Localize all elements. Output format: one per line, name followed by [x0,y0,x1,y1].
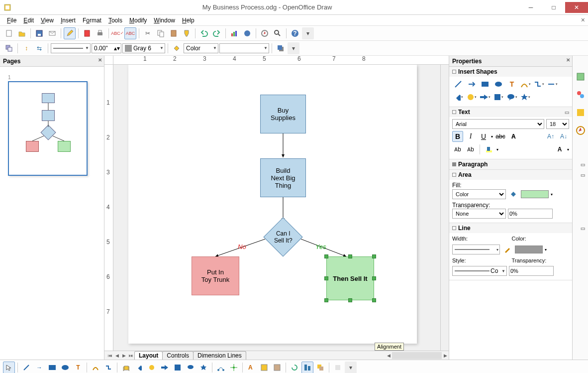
close-button[interactable]: ✕ [565,2,588,13]
canvas[interactable]: Buy Supplies Build Next Big Thing Can I … [113,65,440,351]
open-button[interactable] [16,27,28,39]
shape-lines-arrows[interactable]: ▾ [546,79,558,90]
shape-line[interactable] [452,79,464,90]
decrease-font-button[interactable]: A↓ [558,131,569,142]
menu-insert[interactable]: Insert [58,16,79,25]
flowchart-box-build[interactable]: Build Next Big Thing [260,158,306,197]
redo-button[interactable] [211,27,223,39]
line-color-swatch[interactable] [515,246,543,253]
drawing-page[interactable]: Buy Supplies Build Next Big Thing Can I … [128,65,417,344]
print-button[interactable] [94,27,106,39]
text-tool[interactable]: T [72,362,84,373]
new-button[interactable] [3,27,15,39]
format-paintbrush-button[interactable] [181,27,193,39]
highlight-button[interactable] [484,144,494,155]
zoom-button[interactable] [272,27,284,39]
stars-tool[interactable] [197,362,209,373]
edit-mode-button[interactable] [64,27,76,39]
shape-connector[interactable]: ▾ [533,79,545,90]
cut-button[interactable]: ✂ [142,27,154,39]
flowchart-box-buy-supplies[interactable]: Buy Supplies [260,95,306,133]
drawing-overflow[interactable]: ▾ [345,362,357,373]
shape-stars[interactable]: ▾ [519,92,531,103]
points-tool[interactable] [215,362,227,373]
shape-arrow[interactable] [466,79,478,90]
fill-color-swatch[interactable] [521,190,549,198]
menu-help[interactable]: Help [179,16,197,25]
hscroll-right[interactable]: ▶ [442,353,449,358]
horizontal-scrollbar[interactable] [392,352,442,359]
shape-text[interactable]: T [506,79,518,90]
3d-tool[interactable] [120,362,132,373]
subscript-button[interactable]: Ab [465,144,476,155]
hscroll-left[interactable]: ◀ [385,353,392,358]
alignment-tool[interactable] [301,362,313,373]
shadow-button[interactable] [275,42,287,54]
tab-nav-last[interactable]: ⏭ [127,353,134,358]
page-thumbnail[interactable] [8,81,88,176]
transparency-type-select[interactable]: None [452,209,506,219]
sidebar-gallery-icon[interactable] [575,89,587,101]
line-style-select[interactable]: Co▼ [452,266,507,276]
tab-nav-prev[interactable]: ◀ [113,353,120,358]
paste-button[interactable] [168,27,180,39]
vertical-ruler[interactable]: 123 456 7 [104,65,113,351]
line-endings-button[interactable]: ↕ [20,42,32,54]
increase-font-button[interactable]: A↑ [545,131,556,142]
gallery-tool[interactable] [271,362,283,373]
properties-close[interactable]: ✕ [566,57,570,63]
menu-window[interactable]: Window [151,16,178,25]
callouts-tool[interactable] [185,362,196,373]
shape-flowchart[interactable]: ▾ [492,92,504,103]
maximize-button[interactable]: □ [542,2,565,13]
vertical-scrollbar[interactable] [440,65,449,351]
line-transparency-value[interactable] [509,266,554,276]
select-tool[interactable] [3,362,15,373]
chart-button[interactable] [228,27,240,39]
pages-panel-close[interactable]: ✕ [98,57,102,63]
sidebar-properties-icon[interactable] [575,71,587,83]
fill-type-select[interactable]: Color▼ [184,43,218,53]
line-width-spinner[interactable]: 0.00"▴▾ [92,43,121,53]
from-file-tool[interactable] [258,362,270,373]
section-line[interactable]: Line▭ [449,223,572,233]
ellipse-tool[interactable] [59,362,71,373]
menu-tools[interactable]: Tools [105,16,125,25]
rotate-tool[interactable] [289,362,300,373]
strikethrough-button[interactable]: abc [495,131,506,142]
minimize-button[interactable]: ─ [519,2,542,13]
section-text[interactable]: Text▭ [449,107,572,117]
close-document-button[interactable]: × [581,16,585,24]
help-button[interactable]: ? [289,27,301,39]
menu-file[interactable]: File [4,16,19,25]
hyperlink-button[interactable] [241,27,253,39]
connector-tool[interactable] [102,362,114,373]
tab-controls[interactable]: Controls [162,351,194,360]
arrow-tool[interactable]: → [33,362,45,373]
toolbar2-overflow[interactable]: ▾ [288,42,299,54]
tab-dimension[interactable]: Dimension Lines [193,351,246,360]
export-pdf-button[interactable] [81,27,93,39]
section-paragraph[interactable]: Paragraph▭ [449,159,572,169]
transparency-value[interactable] [508,209,553,219]
spellcheck-button[interactable]: ABC✓ [111,27,123,39]
line-style-select[interactable]: ▼ [51,43,91,53]
shape-symbol[interactable]: ▾ [466,92,478,103]
font-size-select[interactable]: 18 [546,119,569,129]
menu-modify[interactable]: Modify [126,16,150,25]
line-width-select[interactable]: ▾ [452,245,500,254]
arrange-tool[interactable] [314,362,326,373]
gluepoints-tool[interactable] [228,362,240,373]
extrusion-tool[interactable] [332,362,344,373]
block-arrows-tool[interactable] [159,362,171,373]
shape-basic[interactable]: ▾ [452,92,464,103]
shape-block-arrows[interactable]: ▾ [479,92,491,103]
copy-button[interactable] [155,27,167,39]
tab-layout[interactable]: Layout [134,351,163,360]
undo-button[interactable] [198,27,210,39]
shape-rect[interactable] [479,79,491,90]
horizontal-ruler[interactable]: 123 456 78 [104,56,449,65]
line-color-select[interactable]: Gray 6▼ [122,43,165,53]
underline-button[interactable]: U [478,131,489,142]
toolbar-overflow[interactable]: ▾ [302,27,314,39]
